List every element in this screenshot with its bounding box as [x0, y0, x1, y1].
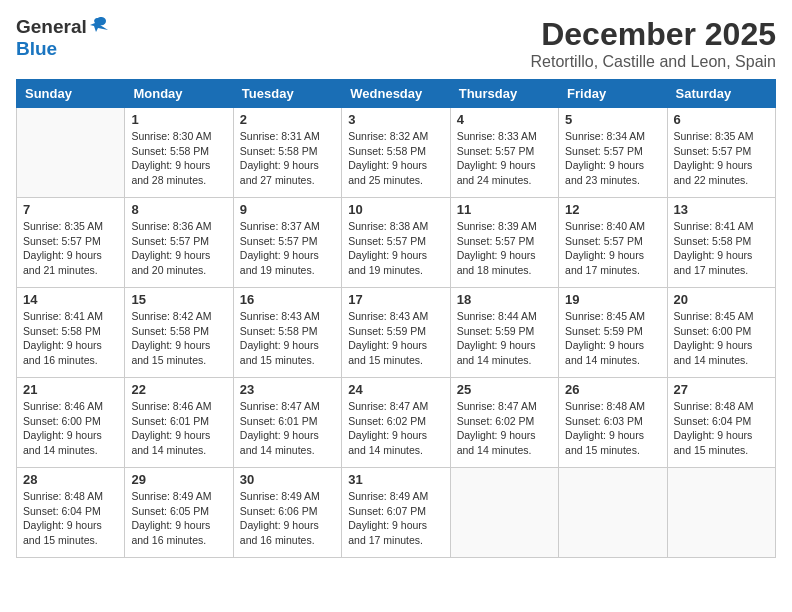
calendar-cell: 13Sunrise: 8:41 AM Sunset: 5:58 PM Dayli…	[667, 198, 775, 288]
calendar-cell: 2Sunrise: 8:31 AM Sunset: 5:58 PM Daylig…	[233, 108, 341, 198]
calendar-cell: 7Sunrise: 8:35 AM Sunset: 5:57 PM Daylig…	[17, 198, 125, 288]
cell-info: Sunrise: 8:34 AM Sunset: 5:57 PM Dayligh…	[565, 129, 660, 188]
header-sunday: Sunday	[17, 80, 125, 108]
logo-general: General	[16, 16, 87, 38]
calendar-cell: 30Sunrise: 8:49 AM Sunset: 6:06 PM Dayli…	[233, 468, 341, 558]
month-title: December 2025	[531, 16, 776, 53]
header-wednesday: Wednesday	[342, 80, 450, 108]
day-number: 15	[131, 292, 226, 307]
calendar-cell: 18Sunrise: 8:44 AM Sunset: 5:59 PM Dayli…	[450, 288, 558, 378]
calendar-cell: 28Sunrise: 8:48 AM Sunset: 6:04 PM Dayli…	[17, 468, 125, 558]
logo: General Blue	[16, 16, 108, 60]
calendar-cell: 17Sunrise: 8:43 AM Sunset: 5:59 PM Dayli…	[342, 288, 450, 378]
location: Retortillo, Castille and Leon, Spain	[531, 53, 776, 71]
day-number: 30	[240, 472, 335, 487]
calendar-cell: 3Sunrise: 8:32 AM Sunset: 5:58 PM Daylig…	[342, 108, 450, 198]
day-number: 10	[348, 202, 443, 217]
cell-info: Sunrise: 8:46 AM Sunset: 6:01 PM Dayligh…	[131, 399, 226, 458]
header-saturday: Saturday	[667, 80, 775, 108]
day-number: 3	[348, 112, 443, 127]
day-number: 14	[23, 292, 118, 307]
cell-info: Sunrise: 8:42 AM Sunset: 5:58 PM Dayligh…	[131, 309, 226, 368]
calendar-cell: 1Sunrise: 8:30 AM Sunset: 5:58 PM Daylig…	[125, 108, 233, 198]
calendar-cell: 16Sunrise: 8:43 AM Sunset: 5:58 PM Dayli…	[233, 288, 341, 378]
cell-info: Sunrise: 8:35 AM Sunset: 5:57 PM Dayligh…	[23, 219, 118, 278]
cell-info: Sunrise: 8:36 AM Sunset: 5:57 PM Dayligh…	[131, 219, 226, 278]
cell-info: Sunrise: 8:47 AM Sunset: 6:01 PM Dayligh…	[240, 399, 335, 458]
day-number: 7	[23, 202, 118, 217]
day-number: 8	[131, 202, 226, 217]
day-number: 13	[674, 202, 769, 217]
day-number: 22	[131, 382, 226, 397]
calendar-cell: 4Sunrise: 8:33 AM Sunset: 5:57 PM Daylig…	[450, 108, 558, 198]
calendar-cell: 14Sunrise: 8:41 AM Sunset: 5:58 PM Dayli…	[17, 288, 125, 378]
calendar-cell: 24Sunrise: 8:47 AM Sunset: 6:02 PM Dayli…	[342, 378, 450, 468]
calendar-cell: 26Sunrise: 8:48 AM Sunset: 6:03 PM Dayli…	[559, 378, 667, 468]
day-number: 20	[674, 292, 769, 307]
cell-info: Sunrise: 8:31 AM Sunset: 5:58 PM Dayligh…	[240, 129, 335, 188]
calendar-week-4: 21Sunrise: 8:46 AM Sunset: 6:00 PM Dayli…	[17, 378, 776, 468]
calendar-cell: 25Sunrise: 8:47 AM Sunset: 6:02 PM Dayli…	[450, 378, 558, 468]
cell-info: Sunrise: 8:35 AM Sunset: 5:57 PM Dayligh…	[674, 129, 769, 188]
calendar-week-3: 14Sunrise: 8:41 AM Sunset: 5:58 PM Dayli…	[17, 288, 776, 378]
day-number: 21	[23, 382, 118, 397]
calendar-cell	[559, 468, 667, 558]
header-thursday: Thursday	[450, 80, 558, 108]
cell-info: Sunrise: 8:48 AM Sunset: 6:04 PM Dayligh…	[674, 399, 769, 458]
title-section: December 2025 Retortillo, Castille and L…	[531, 16, 776, 71]
header-monday: Monday	[125, 80, 233, 108]
day-number: 17	[348, 292, 443, 307]
cell-info: Sunrise: 8:32 AM Sunset: 5:58 PM Dayligh…	[348, 129, 443, 188]
cell-info: Sunrise: 8:48 AM Sunset: 6:03 PM Dayligh…	[565, 399, 660, 458]
cell-info: Sunrise: 8:46 AM Sunset: 6:00 PM Dayligh…	[23, 399, 118, 458]
calendar-table: SundayMondayTuesdayWednesdayThursdayFrid…	[16, 79, 776, 558]
calendar-cell: 11Sunrise: 8:39 AM Sunset: 5:57 PM Dayli…	[450, 198, 558, 288]
calendar-header-row: SundayMondayTuesdayWednesdayThursdayFrid…	[17, 80, 776, 108]
day-number: 6	[674, 112, 769, 127]
day-number: 29	[131, 472, 226, 487]
calendar-cell: 6Sunrise: 8:35 AM Sunset: 5:57 PM Daylig…	[667, 108, 775, 198]
day-number: 2	[240, 112, 335, 127]
cell-info: Sunrise: 8:43 AM Sunset: 5:58 PM Dayligh…	[240, 309, 335, 368]
cell-info: Sunrise: 8:47 AM Sunset: 6:02 PM Dayligh…	[348, 399, 443, 458]
cell-info: Sunrise: 8:38 AM Sunset: 5:57 PM Dayligh…	[348, 219, 443, 278]
cell-info: Sunrise: 8:39 AM Sunset: 5:57 PM Dayligh…	[457, 219, 552, 278]
cell-info: Sunrise: 8:47 AM Sunset: 6:02 PM Dayligh…	[457, 399, 552, 458]
day-number: 5	[565, 112, 660, 127]
day-number: 11	[457, 202, 552, 217]
day-number: 16	[240, 292, 335, 307]
calendar-cell: 12Sunrise: 8:40 AM Sunset: 5:57 PM Dayli…	[559, 198, 667, 288]
day-number: 19	[565, 292, 660, 307]
cell-info: Sunrise: 8:48 AM Sunset: 6:04 PM Dayligh…	[23, 489, 118, 548]
header-friday: Friday	[559, 80, 667, 108]
cell-info: Sunrise: 8:33 AM Sunset: 5:57 PM Dayligh…	[457, 129, 552, 188]
calendar-cell: 27Sunrise: 8:48 AM Sunset: 6:04 PM Dayli…	[667, 378, 775, 468]
calendar-cell: 5Sunrise: 8:34 AM Sunset: 5:57 PM Daylig…	[559, 108, 667, 198]
day-number: 12	[565, 202, 660, 217]
calendar-week-5: 28Sunrise: 8:48 AM Sunset: 6:04 PM Dayli…	[17, 468, 776, 558]
cell-info: Sunrise: 8:49 AM Sunset: 6:07 PM Dayligh…	[348, 489, 443, 548]
calendar-cell	[667, 468, 775, 558]
logo-blue: Blue	[16, 38, 57, 59]
calendar-cell: 8Sunrise: 8:36 AM Sunset: 5:57 PM Daylig…	[125, 198, 233, 288]
cell-info: Sunrise: 8:41 AM Sunset: 5:58 PM Dayligh…	[23, 309, 118, 368]
cell-info: Sunrise: 8:30 AM Sunset: 5:58 PM Dayligh…	[131, 129, 226, 188]
day-number: 23	[240, 382, 335, 397]
day-number: 26	[565, 382, 660, 397]
calendar-cell: 19Sunrise: 8:45 AM Sunset: 5:59 PM Dayli…	[559, 288, 667, 378]
calendar-week-2: 7Sunrise: 8:35 AM Sunset: 5:57 PM Daylig…	[17, 198, 776, 288]
cell-info: Sunrise: 8:49 AM Sunset: 6:05 PM Dayligh…	[131, 489, 226, 548]
calendar-cell: 21Sunrise: 8:46 AM Sunset: 6:00 PM Dayli…	[17, 378, 125, 468]
cell-info: Sunrise: 8:44 AM Sunset: 5:59 PM Dayligh…	[457, 309, 552, 368]
day-number: 25	[457, 382, 552, 397]
day-number: 31	[348, 472, 443, 487]
calendar-week-1: 1Sunrise: 8:30 AM Sunset: 5:58 PM Daylig…	[17, 108, 776, 198]
calendar-cell: 31Sunrise: 8:49 AM Sunset: 6:07 PM Dayli…	[342, 468, 450, 558]
day-number: 1	[131, 112, 226, 127]
calendar-cell: 20Sunrise: 8:45 AM Sunset: 6:00 PM Dayli…	[667, 288, 775, 378]
logo-bird-icon	[90, 16, 108, 34]
cell-info: Sunrise: 8:40 AM Sunset: 5:57 PM Dayligh…	[565, 219, 660, 278]
day-number: 18	[457, 292, 552, 307]
calendar-cell: 23Sunrise: 8:47 AM Sunset: 6:01 PM Dayli…	[233, 378, 341, 468]
calendar-cell: 22Sunrise: 8:46 AM Sunset: 6:01 PM Dayli…	[125, 378, 233, 468]
